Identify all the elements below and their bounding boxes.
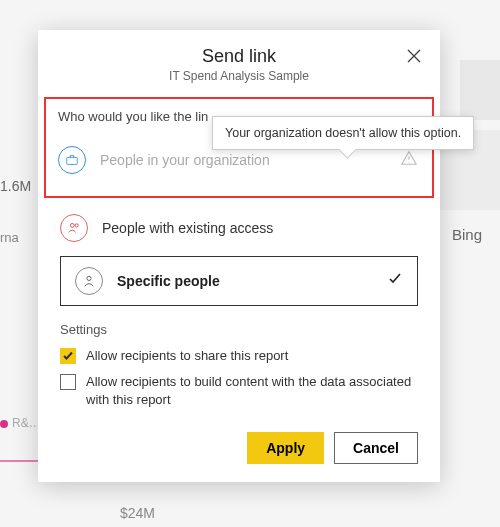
bing-attribution: Bing: [452, 226, 482, 243]
checkbox-label: Allow recipients to share this report: [86, 347, 288, 365]
svg-rect-0: [67, 157, 78, 164]
checkbox-icon: [60, 374, 76, 390]
option-existing-access[interactable]: People with existing access: [60, 206, 418, 250]
apply-button[interactable]: Apply: [247, 432, 324, 464]
bg-legend-rd: R&…: [0, 416, 41, 430]
checkbox-allow-share[interactable]: Allow recipients to share this report: [60, 347, 418, 365]
svg-point-3: [87, 276, 91, 280]
option-label: Specific people: [117, 273, 373, 289]
person-icon: [75, 267, 103, 295]
checkbox-label: Allow recipients to build content with t…: [86, 373, 418, 409]
bg-value-2: $24M: [120, 505, 155, 521]
checkbox-allow-build[interactable]: Allow recipients to build content with t…: [60, 373, 418, 409]
close-icon: [406, 48, 422, 64]
settings-heading: Settings: [60, 322, 418, 337]
dialog-header: Send link IT Spend Analysis Sample: [38, 30, 440, 93]
bg-label-1: rna: [0, 230, 19, 245]
disabled-option-tooltip: Your organization doesn't allow this opt…: [212, 116, 474, 150]
checkbox-icon: [60, 348, 76, 364]
dialog-subtitle: IT Spend Analysis Sample: [78, 69, 400, 83]
option-specific-people[interactable]: Specific people: [60, 256, 418, 306]
dialog-title: Send link: [78, 46, 400, 67]
svg-point-1: [70, 223, 74, 227]
close-button[interactable]: [402, 48, 426, 72]
checkmark-icon: [387, 271, 403, 291]
send-link-dialog: Send link IT Spend Analysis Sample Who w…: [38, 30, 440, 482]
bg-decor: [460, 60, 500, 120]
cancel-button[interactable]: Cancel: [334, 432, 418, 464]
people-icon: [60, 214, 88, 242]
briefcase-icon: [58, 146, 86, 174]
bg-value-1: 1.6M: [0, 178, 31, 194]
option-label: People with existing access: [102, 220, 418, 236]
warning-icon: [400, 149, 420, 171]
svg-point-2: [75, 224, 78, 227]
dialog-actions: Apply Cancel: [38, 418, 440, 464]
